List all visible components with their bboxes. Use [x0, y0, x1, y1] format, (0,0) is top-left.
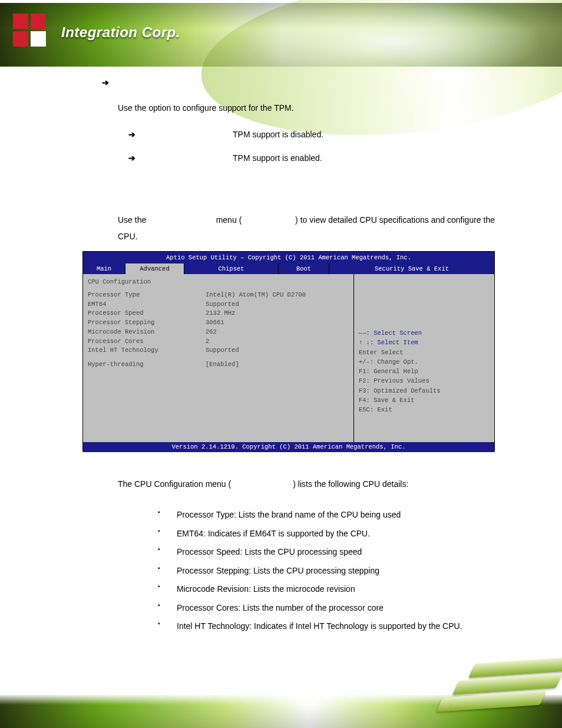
arrow-right-icon: ➔	[100, 78, 111, 87]
bios-val: Intel(R) Atom(TM) CPU D2700	[206, 291, 294, 300]
bios-row: Processor Cores2	[88, 337, 349, 347]
bios-right-pane: Enable for Windows XP and Linux (OS opti…	[354, 274, 494, 442]
bios-row: Processor Stepping30661	[88, 318, 349, 328]
cpu-desc-text: The CPU Configuration menu ( ) lists the…	[118, 479, 495, 489]
bios-body: CPU Configuration Processor TypeIntel(R)…	[83, 274, 494, 442]
bios-nav-l5: F1: General Help	[359, 367, 490, 376]
brand-text: Integration Corp.	[61, 24, 180, 41]
bios-footer: Version 2.14.1219. Copyright (C) 2011 Am…	[83, 442, 494, 452]
tpm-option-disabled-desc: TPM support is disabled.	[233, 130, 323, 139]
bios-key: Microcode Revision	[88, 328, 206, 337]
bios-val: Supported	[206, 346, 294, 355]
logo-icon	[13, 14, 58, 51]
list-item: Intel HT Technology: Indicates if Intel …	[153, 617, 462, 636]
cpu-intro-a: Use the	[118, 215, 148, 225]
cpu-intro-text: Use the menu ( ) to view detailed CPU sp…	[118, 212, 495, 245]
arrow-right-icon: ➔	[127, 153, 137, 163]
cpu-desc-b: ) lists the following CPU details:	[293, 479, 408, 489]
footer-diagonal-decor	[438, 657, 562, 717]
bios-nav-l4: +/-: Change Opt.	[359, 357, 490, 367]
bios-nav-l9: ESC: Exit	[359, 405, 490, 414]
list-item: EMT64: Indicates if EM64T is supported b…	[153, 525, 462, 543]
bios-tab-advanced[interactable]: Advanced	[125, 263, 184, 274]
bios-tab-main[interactable]: Main	[83, 263, 125, 274]
bios-nav-l3: Enter Select	[359, 348, 490, 357]
list-item: Processor Speed: Lists the CPU processin…	[153, 543, 462, 562]
tpm-intro-text: Use the option to configure support for …	[118, 103, 294, 113]
bios-nav-l6: F2: Previous Values	[359, 376, 490, 386]
bios-nav-l7: F3: Optimized Defaults	[359, 386, 490, 396]
cpu-desc-a: The CPU Configuration menu (	[118, 479, 231, 489]
page-header-banner: Integration Corp.	[0, 3, 562, 67]
bios-left-header: CPU Configuration	[88, 278, 349, 287]
bios-tab-boot[interactable]: Boot	[279, 263, 329, 274]
bios-nav-l1: ←→: Select Screen	[359, 328, 490, 338]
bios-key: EMT64	[88, 300, 206, 309]
list-item: Processor Cores: Lists the number of the…	[153, 599, 462, 618]
bios-key: Processor Stepping	[88, 318, 206, 328]
list-item: Microcode Revision: Lists the microcode …	[153, 580, 462, 599]
cpu-intro-b: menu (	[216, 215, 242, 225]
tpm-intro-a: Use the	[118, 103, 148, 113]
bios-val: 30661	[206, 318, 294, 328]
bios-key: Intel HT Technology	[88, 346, 206, 355]
bios-screenshot-box: Aptio Setup Utility – Copyright (C) 2011…	[82, 251, 495, 452]
bios-row: Microcode Revision262	[88, 328, 349, 337]
bios-tab-security-save[interactable]: Security Save & Exit	[329, 263, 494, 274]
bios-val: 262	[206, 328, 294, 337]
bios-key: Processor Cores	[88, 337, 206, 347]
arrow-right-icon: ➔	[127, 130, 137, 139]
bios-title: Aptio Setup Utility – Copyright (C) 2011…	[83, 252, 494, 263]
bios-tab-bar: Main Advanced Chipset Boot Security Save…	[83, 263, 494, 274]
bios-val: Supported	[206, 300, 294, 309]
bios-key: Processor Speed	[88, 309, 206, 318]
tpm-intro-b: option to configure support for the TPM.	[148, 103, 293, 113]
bios-row: Processor TypeIntel(R) Atom(TM) CPU D270…	[88, 291, 349, 300]
bios-nav-l8: F4: Save & Exit	[359, 396, 490, 405]
bios-row: Processor Speed2132 MHz	[88, 309, 349, 318]
bios-nav-l2: ↑ ↓: Select Item	[359, 338, 490, 347]
bios-key: Hyper-threading	[88, 360, 206, 370]
tpm-option-enabled-desc: TPM support is enabled.	[233, 153, 322, 163]
bios-tab-chipset[interactable]: Chipset	[184, 263, 279, 274]
bios-left-pane: CPU Configuration Processor TypeIntel(R)…	[83, 274, 354, 442]
page-footer-banner	[0, 695, 562, 728]
bios-row: Hyper-threading[Enabled]	[88, 360, 349, 370]
bios-val: 2132 MHz	[206, 309, 294, 318]
bios-val: [Enabled]	[206, 360, 294, 370]
bios-key: Processor Type	[88, 291, 206, 300]
bios-row: EMT64Supported	[88, 300, 349, 309]
list-item: Processor Stepping: Lists the CPU proces…	[153, 562, 462, 581]
bios-val: 2	[206, 337, 294, 347]
cpu-details-list: Processor Type: Lists the brand name of …	[153, 506, 462, 636]
list-item: Processor Type: Lists the brand name of …	[153, 506, 462, 525]
bios-row: Intel HT TechnologySupported	[88, 346, 349, 355]
